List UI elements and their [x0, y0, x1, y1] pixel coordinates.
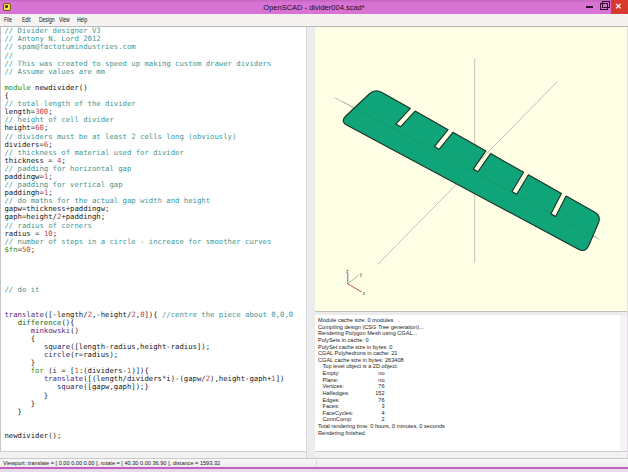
code-line: // Assume values are mm — [5, 68, 294, 76]
restore-icon — [600, 3, 608, 10]
axes-indicator: z y x — [346, 268, 366, 296]
close-icon: ✕ — [615, 2, 622, 12]
minimize-icon — [586, 6, 593, 8]
3d-viewport[interactable]: z y x — [315, 27, 628, 311]
code-line: $fn=50; — [5, 246, 294, 254]
status-divider — [316, 460, 317, 466]
menu-edit[interactable]: Edit — [22, 14, 31, 27]
menu-bar: FileEditDesignViewHelp — [0, 14, 628, 27]
console-line: Module cache size: 0 modules — [318, 317, 445, 324]
console-line: Vertices:76 — [318, 383, 445, 390]
code-line: } — [5, 392, 294, 400]
code-line: } — [5, 408, 294, 416]
console-line: Rendering Polygon Mesh using CGAL... — [318, 330, 445, 337]
console-log: Module cache size: 0 modulesCompiling de… — [318, 317, 445, 436]
code-line — [5, 254, 294, 262]
console-line: PolySet cache size in bytes: 0 — [318, 344, 445, 351]
window-title: OpenSCAD - divider004.scad* — [0, 0, 628, 14]
axis-x-label: x — [362, 291, 365, 296]
menu-help[interactable]: Help — [77, 14, 87, 27]
console-line: FaceCycles:4 — [318, 410, 445, 417]
openscad-window: OpenSCAD - divider004.scad* ✕ FileEditDe… — [0, 0, 628, 472]
code-line: } — [5, 400, 294, 408]
menu-view[interactable]: View — [59, 14, 70, 27]
console-panel[interactable]: Module cache size: 0 modulesCompiling de… — [315, 315, 628, 452]
axis-z-label: z — [346, 268, 349, 273]
menu-design[interactable]: Design — [39, 14, 55, 27]
console-line: Faces:3 — [318, 403, 445, 410]
code-line — [5, 262, 294, 270]
minimize-button[interactable] — [583, 0, 597, 14]
console-scrollbar[interactable] — [620, 315, 627, 452]
code-editor[interactable]: // Divider designer V3// Antony N. Lord … — [0, 27, 306, 452]
code-line: circle(r=radius); — [5, 351, 294, 359]
console-line: Plane:no — [318, 377, 445, 384]
code-line: // do it — [5, 286, 294, 294]
console-horizontal-scrollbar[interactable] — [315, 451, 628, 458]
console-line: CGAL cache size in bytes: 263408 — [318, 357, 445, 364]
code-line — [5, 416, 294, 424]
console-line: Compiling design (CSG Tree generation)..… — [318, 324, 445, 331]
console-line: PolySets in cache: 0 — [318, 337, 445, 344]
code-line: newdivider(); — [5, 432, 294, 440]
axis-y-label: y — [359, 271, 362, 276]
console-line: CGAL Polyhedrons in cache: 21 — [318, 350, 445, 357]
code-text: // Divider designer V3// Antony N. Lord … — [5, 27, 294, 440]
console-line: Empty:no — [318, 370, 445, 377]
editor-scrollbar[interactable] — [306, 27, 315, 459]
code-line: module newdivider() — [5, 84, 294, 92]
console-line: Rendering finished. — [318, 430, 445, 437]
console-line: Halfedges:152 — [318, 390, 445, 397]
close-button[interactable]: ✕ — [611, 0, 628, 14]
title-bar[interactable]: OpenSCAD - divider004.scad* ✕ — [0, 0, 628, 14]
code-line: // spam@factotumindustries.com — [5, 43, 294, 51]
code-line: minkowski() — [5, 327, 294, 335]
code-line: // number of steps in a circle - increas… — [5, 238, 294, 246]
console-line: Edges:76 — [318, 397, 445, 404]
console-line: Top level object is a 2D object: — [318, 363, 445, 370]
x-axis-zfight-line — [342, 101, 596, 237]
code-line — [5, 278, 294, 286]
restore-button[interactable] — [597, 0, 611, 14]
editor-horizontal-scrollbar[interactable] — [0, 451, 306, 458]
code-line — [5, 294, 294, 302]
code-line — [5, 270, 294, 278]
divider-model — [342, 90, 599, 250]
console-line: ConnComp:2 — [318, 416, 445, 423]
menu-file[interactable]: File — [4, 14, 12, 27]
status-bar: Viewport: translate = [ 0.00 0.00 0.00 ]… — [0, 458, 628, 467]
console-line: Total rendering time: 0 hours, 0 minutes… — [318, 423, 445, 430]
